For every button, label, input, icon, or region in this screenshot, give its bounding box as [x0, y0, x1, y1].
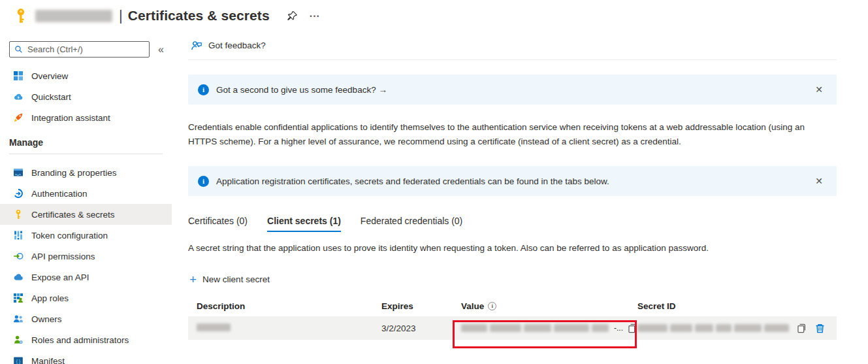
app-roles-icon	[13, 293, 24, 303]
client-secrets-table: Description Expires Value i Secret ID 3/…	[188, 295, 837, 340]
owners-icon	[13, 314, 24, 324]
api-permissions-icon	[13, 251, 24, 261]
sidebar-nav-manage: Branding & properties Authentication Cer…	[0, 162, 172, 364]
command-bar: Got feedback?	[188, 31, 837, 60]
overview-icon	[13, 71, 24, 81]
sidebar-item-overview[interactable]: Overview	[0, 65, 172, 86]
sidebar: « Overview Quickstart Integration assist…	[0, 31, 172, 364]
sidebar-item-manifest[interactable]: { } Manifest	[0, 350, 172, 364]
copy-icon[interactable]	[627, 323, 638, 334]
column-header-description[interactable]: Description	[197, 301, 381, 311]
credentials-description: Credentials enable confidential applicat…	[188, 120, 815, 148]
new-client-secret-button[interactable]: + New client secret	[188, 272, 274, 287]
manifest-icon: { }	[13, 356, 24, 364]
tab-bar: Certificates (0) Client secrets (1) Fede…	[188, 216, 837, 232]
key-icon	[13, 8, 29, 24]
integration-assistant-icon	[13, 112, 24, 123]
more-options-icon[interactable]: ...	[310, 8, 320, 24]
sidebar-item-label: App roles	[31, 293, 69, 303]
title-run: | Certificates & secrets	[119, 7, 270, 24]
sidebar-item-label: Manifest	[31, 356, 65, 364]
authentication-icon	[13, 188, 24, 199]
sidebar-item-label: Token configuration	[31, 231, 108, 240]
sidebar-item-label: Quickstart	[31, 92, 71, 102]
sidebar-divider	[9, 154, 163, 154]
redacted-app-name	[35, 10, 112, 22]
svg-text:{ }: { }	[16, 359, 21, 364]
sidebar-item-certificates-secrets[interactable]: Certificates & secrets	[0, 204, 172, 225]
sidebar-item-label: API permissions	[31, 252, 95, 261]
tab-certificates[interactable]: Certificates (0)	[188, 216, 248, 232]
sidebar-item-label: Branding & properties	[31, 168, 117, 178]
tabs-info-banner: i Application registration certificates,…	[188, 166, 837, 196]
sidebar-item-roles-and-administrators[interactable]: Roles and administrators	[0, 329, 172, 350]
feedback-banner-text[interactable]: Got a second to give us some feedback? →	[216, 85, 387, 95]
cell-description	[197, 323, 381, 333]
expose-api-icon	[13, 272, 24, 282]
value-truncation-suffix: -...	[614, 323, 623, 333]
sidebar-item-label: Authentication	[31, 189, 88, 199]
key-icon	[13, 209, 24, 220]
got-feedback-link[interactable]: Got feedback?	[188, 40, 268, 52]
search-input[interactable]	[27, 44, 144, 54]
sidebar-section-manage: Manage	[0, 137, 172, 148]
page-title: Certificates & secrets	[128, 8, 270, 24]
new-client-secret-label: New client secret	[202, 274, 270, 284]
tab-client-secrets[interactable]: Client secrets (1)	[267, 216, 341, 232]
sidebar-item-authentication[interactable]: Authentication	[0, 183, 172, 204]
sidebar-item-label: Integration assistant	[31, 113, 110, 123]
redacted-secret-id	[637, 324, 789, 332]
sidebar-nav-top: Overview Quickstart Integration assistan…	[0, 65, 172, 128]
sidebar-item-app-roles[interactable]: App roles	[0, 288, 172, 308]
pin-icon[interactable]	[287, 10, 298, 22]
sidebar-item-label: Roles and administrators	[31, 335, 129, 345]
branding-icon	[13, 167, 24, 178]
azure-portal-page: | Certificates & secrets ... « Overview	[0, 0, 868, 364]
cell-secret-id	[637, 323, 837, 334]
got-feedback-label: Got feedback?	[208, 41, 266, 50]
title-separator: |	[119, 7, 123, 24]
close-icon[interactable]: ✕	[811, 83, 827, 96]
plus-icon: +	[189, 275, 197, 284]
info-icon: i	[198, 176, 209, 187]
tab-federated-credentials[interactable]: Federated credentials (0)	[361, 216, 462, 232]
table-header-row: Description Expires Value i Secret ID	[188, 295, 837, 316]
value-info-icon: i	[488, 302, 496, 310]
feedback-banner: i Got a second to give us some feedback?…	[188, 74, 837, 105]
page-header: | Certificates & secrets ...	[0, 0, 868, 31]
sidebar-item-integration-assistant[interactable]: Integration assistant	[0, 107, 172, 128]
client-secret-description: A secret string that the application use…	[188, 243, 837, 253]
sidebar-item-expose-an-api[interactable]: Expose an API	[0, 267, 172, 288]
sidebar-item-api-permissions[interactable]: API permissions	[0, 246, 172, 267]
cell-value: -...	[461, 323, 637, 334]
feedback-icon	[191, 40, 202, 52]
sidebar-item-label: Certificates & secrets	[31, 210, 115, 220]
token-configuration-icon	[13, 230, 24, 240]
roles-administrators-icon	[13, 335, 24, 345]
sidebar-item-quickstart[interactable]: Quickstart	[0, 86, 172, 107]
redacted-description	[197, 323, 231, 331]
info-icon: i	[198, 84, 209, 95]
delete-icon[interactable]	[814, 323, 826, 334]
search-box	[9, 41, 150, 58]
sidebar-item-owners[interactable]: Owners	[0, 308, 172, 329]
search-icon	[14, 45, 23, 54]
sidebar-item-label: Expose an API	[31, 273, 89, 282]
sidebar-collapse-button[interactable]: «	[155, 44, 167, 56]
table-row: 3/2/2023 -...	[188, 316, 837, 340]
sidebar-item-branding-properties[interactable]: Branding & properties	[0, 162, 172, 183]
sidebar-item-label: Overview	[31, 71, 68, 81]
close-icon[interactable]: ✕	[811, 174, 827, 188]
cell-expires: 3/2/2023	[381, 323, 461, 333]
sidebar-item-token-configuration[interactable]: Token configuration	[0, 225, 172, 246]
tabs-info-banner-text: Application registration certificates, s…	[216, 176, 609, 186]
quickstart-icon	[13, 91, 24, 102]
column-header-expires[interactable]: Expires	[381, 301, 461, 311]
copy-icon[interactable]	[796, 323, 807, 334]
main-content: Got feedback? i Got a second to give us …	[172, 31, 868, 364]
column-header-value[interactable]: Value i	[461, 301, 637, 311]
column-header-secret-id[interactable]: Secret ID	[637, 301, 837, 311]
sidebar-item-label: Owners	[31, 314, 62, 324]
redacted-value	[461, 324, 609, 332]
